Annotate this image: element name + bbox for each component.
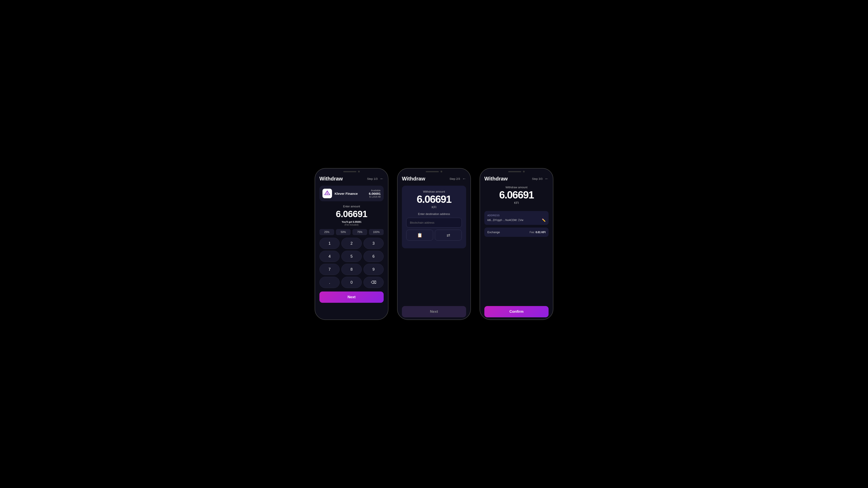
notch-pill-1 bbox=[343, 171, 356, 172]
next-button-1[interactable]: Next bbox=[319, 292, 384, 303]
percent-buttons: 25% 50% 75% 100% bbox=[319, 229, 384, 235]
header-3: Withdraw Step 3/3 ← bbox=[484, 176, 549, 182]
address-section: Address kt6...DYcpyf› ...%o4CDW: ΞVw ✏️ bbox=[484, 211, 549, 225]
notch-dot-2 bbox=[440, 171, 442, 172]
pct-100-button[interactable]: 100% bbox=[369, 229, 384, 235]
available-usd: $ 1,819.48 bbox=[369, 195, 381, 198]
withdraw-amount-3: 6.06691 bbox=[484, 190, 549, 200]
confirm-button[interactable]: Confirm bbox=[484, 306, 549, 317]
address-display: kt6...DYcpyf› ...%o4CDW: ΞVw ✏️ bbox=[487, 219, 546, 222]
you-get-row: You'll get 6.05691 bbox=[319, 221, 384, 223]
phone1-content: Withdraw Step 1/3 ← Klever Finance bbox=[315, 173, 388, 320]
header-2: Withdraw Step 2/3 ← bbox=[402, 176, 466, 182]
phone3-content: Withdraw Step 3/3 ← Withdraw amount 6.06… bbox=[480, 173, 553, 320]
notch-dot-3 bbox=[523, 171, 525, 172]
numpad-backspace[interactable]: ⌫ bbox=[364, 277, 384, 288]
withdraw-amount-2: 6.06691 bbox=[406, 194, 462, 204]
pct-25-button[interactable]: 25% bbox=[319, 229, 334, 235]
numpad-0[interactable]: 0 bbox=[341, 277, 362, 288]
address-input-container bbox=[406, 218, 462, 228]
scan-icon: ⇄ bbox=[446, 232, 450, 238]
back-button-2[interactable]: ← bbox=[462, 176, 466, 181]
step-label-2: Step 2/3 bbox=[450, 177, 460, 181]
notch-pill-3 bbox=[508, 171, 521, 172]
enter-amount-label: Enter amount bbox=[319, 205, 384, 208]
numpad-9[interactable]: 9 bbox=[364, 264, 384, 275]
asset-name: Klever Finance bbox=[335, 192, 358, 195]
exchange-section: Exchange Fee: 0.01 KFI bbox=[484, 228, 549, 237]
address-action-btns: 📋 ⇄ bbox=[406, 230, 462, 240]
asset-icon bbox=[322, 189, 332, 198]
notch-bar-3 bbox=[480, 168, 553, 173]
pct-75-button[interactable]: 75% bbox=[352, 229, 367, 235]
pct-50-button[interactable]: 50% bbox=[336, 229, 351, 235]
header-1: Withdraw Step 1/3 ← bbox=[319, 176, 384, 182]
edit-address-icon[interactable]: ✏️ bbox=[542, 219, 546, 222]
numpad-1[interactable]: 1 bbox=[319, 238, 340, 249]
fee-row: Fee: 0.01 KFI bbox=[530, 231, 546, 234]
notch-bar-1 bbox=[315, 168, 388, 173]
back-button-3[interactable]: ← bbox=[545, 176, 549, 181]
phone-step2: Withdraw Step 2/3 ← Withdraw amount 6.06… bbox=[397, 168, 471, 320]
header-right-3: Step 3/3 ← bbox=[532, 176, 549, 181]
asset-right: Available 6.06691 $ 1,819.48 bbox=[369, 189, 381, 198]
address-input[interactable] bbox=[406, 218, 462, 228]
numpad-7[interactable]: 7 bbox=[319, 264, 340, 275]
address-text: kt6...DYcpyf› ...%o4CDW: ΞVw bbox=[487, 219, 523, 222]
numpad-6[interactable]: 6 bbox=[364, 251, 384, 262]
paste-button[interactable]: 📋 bbox=[406, 230, 433, 240]
fee-included-note: (Fee Included) bbox=[319, 224, 384, 226]
exchange-label: Exchange bbox=[487, 231, 500, 234]
clipboard-icon: 📋 bbox=[417, 232, 423, 238]
numpad-2[interactable]: 2 bbox=[341, 238, 362, 249]
numpad-4[interactable]: 4 bbox=[319, 251, 340, 262]
next-button-2[interactable]: Next bbox=[402, 306, 466, 317]
step-label-1: Step 1/3 bbox=[367, 177, 378, 181]
numpad-8[interactable]: 8 bbox=[341, 264, 362, 275]
currency-label-3: KFI bbox=[484, 201, 549, 204]
notch-pill-2 bbox=[426, 171, 439, 172]
asset-left: Klever Finance bbox=[322, 189, 358, 198]
dest-label: Enter destination address bbox=[406, 212, 462, 216]
amount-display-1: 6.06691 bbox=[319, 209, 384, 219]
header-right-2: Step 2/3 ← bbox=[450, 176, 466, 181]
withdraw-label-3: Withdraw amount bbox=[484, 186, 549, 189]
phones-container: Withdraw Step 1/3 ← Klever Finance bbox=[315, 168, 553, 320]
back-button-1[interactable]: ← bbox=[380, 176, 384, 181]
numpad-3[interactable]: 3 bbox=[364, 238, 384, 249]
available-label: Available bbox=[369, 189, 381, 192]
notch-bar-2 bbox=[398, 168, 470, 173]
you-get-label: You'll get bbox=[342, 221, 352, 223]
numpad: 1 2 3 4 5 6 7 8 9 . 0 ⌫ bbox=[319, 238, 384, 288]
phone-step1: Withdraw Step 1/3 ← Klever Finance bbox=[315, 168, 389, 320]
currency-label-2: KFI bbox=[406, 205, 462, 209]
exchange-row: Exchange Fee: 0.01 KFI bbox=[487, 231, 546, 234]
numpad-dot[interactable]: . bbox=[319, 277, 340, 288]
withdraw-card-2: Withdraw amount 6.06691 KFI Enter destin… bbox=[402, 186, 466, 248]
available-amount: 6.06691 bbox=[369, 192, 381, 195]
phone2-content: Withdraw Step 2/3 ← Withdraw amount 6.06… bbox=[398, 173, 470, 320]
fee-label-text: Fee: bbox=[530, 231, 535, 234]
klever-logo-icon bbox=[324, 190, 330, 196]
page-title-2: Withdraw bbox=[402, 176, 425, 182]
numpad-5[interactable]: 5 bbox=[341, 251, 362, 262]
withdraw-label-2: Withdraw amount bbox=[406, 190, 462, 193]
step-label-3: Step 3/3 bbox=[532, 177, 542, 181]
withdraw-summary-3: Withdraw amount 6.06691 KFI bbox=[484, 186, 549, 208]
you-get-amount: 6.05691 bbox=[353, 221, 362, 223]
asset-card: Klever Finance Available 6.06691 $ 1,819… bbox=[319, 186, 384, 201]
header-right-1: Step 1/3 ← bbox=[367, 176, 384, 181]
page-title-3: Withdraw bbox=[484, 176, 508, 182]
phone-step3: Withdraw Step 3/3 ← Withdraw amount 6.06… bbox=[479, 168, 553, 320]
address-section-title: Address bbox=[487, 214, 546, 217]
scan-qr-button[interactable]: ⇄ bbox=[435, 230, 462, 240]
page-title-1: Withdraw bbox=[319, 176, 343, 182]
fee-value: 0.01 KFI bbox=[535, 231, 546, 234]
notch-dot-1 bbox=[358, 171, 360, 172]
